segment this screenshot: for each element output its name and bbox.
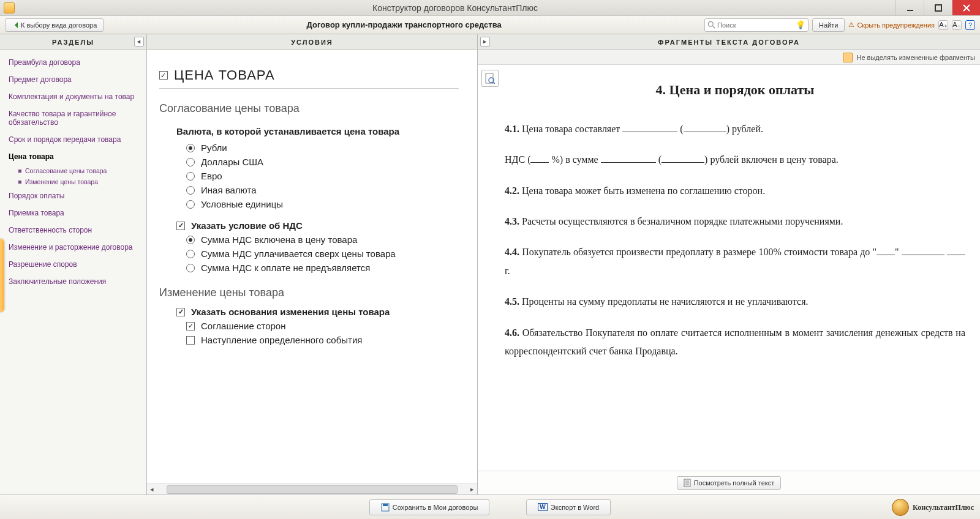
- conditions-hscroll[interactable]: ◂ ▸: [147, 484, 477, 495]
- fragments-footer: Посмотреть полный текст: [478, 471, 980, 495]
- sections-header: РАЗДЕЛЫ ◂: [0, 34, 146, 50]
- radio-icon: [186, 236, 195, 244]
- sidebar-subitem[interactable]: Изменение цены товара: [0, 176, 146, 187]
- window-title: Конструктор договоров КонсультантПлюс: [15, 3, 895, 13]
- zoom-icon: [485, 73, 495, 84]
- scroll-right-icon[interactable]: ▸: [467, 485, 477, 495]
- radio-icon: [186, 264, 195, 272]
- change-option-event[interactable]: Наступление определенного события: [186, 335, 459, 345]
- svg-point-2: [708, 21, 713, 26]
- vat-checkbox[interactable]: Указать условие об НДС: [176, 220, 459, 231]
- sidebar-subitem[interactable]: Согласование цены товара: [0, 165, 146, 176]
- back-label: К выбору вида договора: [21, 21, 97, 29]
- font-decrease-button[interactable]: A₋: [952, 20, 962, 30]
- bottom-bar: Сохранить в Мои договоры W Экспорт в Wor…: [0, 495, 980, 519]
- radio-icon: [186, 250, 195, 258]
- sidebar-item[interactable]: Ответственность сторон: [0, 222, 146, 239]
- sidebar-item[interactable]: Предмет договора: [0, 71, 146, 88]
- clause-4-2: 4.2. Цена товара может быть изменена по …: [505, 182, 965, 200]
- contract-section-title: 4. Цена и порядок оплаты: [505, 77, 965, 103]
- checkbox-icon[interactable]: [159, 71, 168, 80]
- currency-option-units[interactable]: Условные единицы: [186, 199, 459, 209]
- save-icon: [381, 503, 390, 512]
- currency-option-rub[interactable]: Рубли: [186, 143, 459, 153]
- vat-option-included[interactable]: Сумма НДС включена в цену товара: [186, 234, 459, 245]
- currency-question: Валюта, в которой устанавливается цена т…: [176, 126, 459, 136]
- app-icon: [4, 2, 15, 13]
- clause-4-4: 4.4. Покупатель обязуется произвести пре…: [505, 243, 965, 280]
- zoom-button[interactable]: [481, 70, 499, 87]
- minimize-button[interactable]: [895, 0, 924, 15]
- sidebar-item-current[interactable]: Цена товара: [0, 148, 146, 165]
- collapse-sidebar-button[interactable]: ◂: [134, 37, 144, 47]
- find-button[interactable]: Найти: [812, 18, 845, 32]
- warning-icon: ⚠: [848, 21, 854, 29]
- help-button[interactable]: ?: [965, 20, 975, 30]
- sidebar-item[interactable]: Качество товара и гарантийное обязательс…: [0, 105, 146, 131]
- toolbar: К выбору вида договора Договор купли-про…: [0, 16, 980, 34]
- change-option-agreement[interactable]: Соглашение сторон: [186, 321, 459, 331]
- export-word-button[interactable]: W Экспорт в Word: [526, 499, 611, 515]
- section-price-change: Изменение цены товара: [159, 286, 459, 299]
- side-tab-handle[interactable]: [0, 239, 4, 312]
- checkbox-icon: [186, 322, 195, 330]
- search-box[interactable]: 💡: [704, 18, 809, 32]
- close-icon: [963, 4, 970, 12]
- hide-warnings-link[interactable]: ⚠ Скрыть предупреждения: [848, 21, 935, 29]
- search-input[interactable]: [716, 21, 796, 29]
- highlight-toggle-icon[interactable]: [843, 53, 853, 62]
- maximize-button[interactable]: [924, 0, 952, 15]
- view-full-text-button[interactable]: Посмотреть полный текст: [677, 476, 782, 490]
- sidebar-item[interactable]: Приемка товара: [0, 204, 146, 222]
- sidebar-item[interactable]: Комплектация и документы на товар: [0, 88, 146, 105]
- change-basis-checkbox[interactable]: Указать основания изменения цены товара: [176, 307, 459, 317]
- fragments-toolbar: Не выделять измененные фрагменты: [478, 50, 980, 65]
- svg-line-6: [493, 82, 495, 84]
- currency-option-usd[interactable]: Доллары США: [186, 157, 459, 167]
- minimize-icon: [907, 4, 914, 12]
- maximize-icon: [935, 4, 942, 12]
- radio-icon: [186, 172, 195, 181]
- clause-4-3: 4.3. Расчеты осуществляются в безналично…: [505, 212, 965, 231]
- clause-4-6: 4.6. Обязательство Покупателя по оплате …: [505, 324, 965, 361]
- no-highlight-label[interactable]: Не выделять измененные фрагменты: [856, 54, 975, 61]
- fragments-body[interactable]: 4. Цена и порядок оплаты 4.1. Цена товар…: [478, 65, 980, 471]
- close-button[interactable]: [952, 0, 980, 15]
- highlight-icon[interactable]: 💡: [796, 20, 805, 29]
- sidebar-item[interactable]: Изменение и расторжение договора: [0, 239, 146, 256]
- sidebar-item[interactable]: Порядок оплаты: [0, 187, 146, 204]
- vat-option-none[interactable]: Сумма НДС к оплате не предъявляется: [186, 263, 459, 273]
- sidebar-item[interactable]: Преамбула договора: [0, 54, 146, 71]
- checkbox-icon: [176, 308, 185, 316]
- checkbox-icon: [186, 336, 195, 345]
- hide-warnings-label: Скрыть предупреждения: [857, 21, 935, 29]
- vat-option-extra[interactable]: Сумма НДС уплачивается сверх цены товара: [186, 248, 459, 259]
- document-icon: [684, 479, 691, 487]
- currency-option-other[interactable]: Иная валюта: [186, 185, 459, 195]
- font-increase-button[interactable]: A₊: [938, 20, 948, 30]
- scroll-thumb[interactable]: [167, 485, 458, 494]
- section-price-agree: Согласование цены товара: [159, 102, 459, 115]
- svg-rect-0: [907, 10, 913, 11]
- fragments-header: ▸ ФРАГМЕНТЫ ТЕКСТА ДОГОВОРА: [478, 34, 980, 50]
- conditions-scroll[interactable]: ЦЕНА ТОВАРА Согласование цены товара Вал…: [147, 50, 477, 484]
- sidebar-item[interactable]: Разрешение споров: [0, 256, 146, 273]
- currency-option-eur[interactable]: Евро: [186, 171, 459, 181]
- arrow-left-icon: [12, 22, 18, 28]
- conditions-header: УСЛОВИЯ: [147, 34, 477, 50]
- scroll-left-icon[interactable]: ◂: [147, 485, 157, 495]
- titlebar: Конструктор договоров КонсультантПлюс: [0, 0, 980, 16]
- sidebar-item[interactable]: Срок и порядок передачи товара: [0, 131, 146, 148]
- save-button[interactable]: Сохранить в Мои договоры: [369, 499, 490, 515]
- clause-nds: НДС ( %) в сумме () рублей включен в цен…: [505, 151, 965, 169]
- radio-icon: [186, 200, 195, 209]
- sidebar-item[interactable]: Заключительные положения: [0, 273, 146, 290]
- svg-rect-1: [935, 5, 941, 11]
- fragments-panel: ▸ ФРАГМЕНТЫ ТЕКСТА ДОГОВОРА Не выделять …: [478, 34, 980, 495]
- radio-icon: [186, 144, 195, 152]
- svg-line-3: [713, 26, 715, 28]
- collapse-fragments-button[interactable]: ▸: [480, 37, 490, 47]
- back-button[interactable]: К выбору вида договора: [5, 18, 104, 32]
- conditions-title: ЦЕНА ТОВАРА: [159, 67, 459, 89]
- contract-title: Договор купли-продажи транспортного сред…: [108, 20, 699, 29]
